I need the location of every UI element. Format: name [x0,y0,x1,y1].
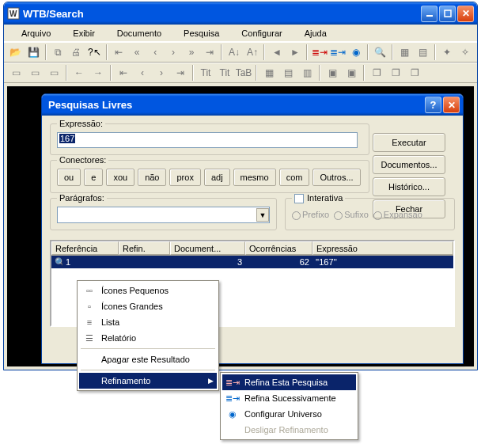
col-expressao[interactable]: Expressão [312,241,453,255]
open-icon[interactable]: 📂 [7,44,24,61]
conn-outros[interactable]: Outros... [312,169,360,186]
tit-a-icon[interactable]: Tit [197,64,214,82]
save-icon[interactable]: 💾 [25,44,42,61]
menu-documento[interactable]: Documento [108,27,171,40]
grid-a-icon[interactable]: ▦ [260,64,278,82]
menu-configurar[interactable]: Configurar [232,27,291,40]
next-fast-icon[interactable]: » [184,44,200,61]
sort-asc-icon[interactable]: A↓ [225,44,242,61]
star-a-icon[interactable]: ✦ [439,44,456,61]
cell-doc: 3 [170,257,245,267]
menu-desligar-refinamento: Desligar Refinamento [222,422,356,438]
flag-left-icon[interactable]: ◄ [268,44,285,61]
refine-blue-icon[interactable]: ≣⇥ [329,44,346,61]
conn-nao[interactable]: não [138,169,166,186]
expansao-radio[interactable]: Expansão [373,210,422,220]
col-referencia[interactable]: Referência [51,241,119,255]
dialog-close-button[interactable]: ✕ [443,97,460,113]
para-first-icon[interactable]: ⇤ [115,64,132,82]
list-icon: ≡ [82,317,97,327]
win-b-icon[interactable]: ▭ [26,64,44,82]
menu-exibir[interactable]: Exibir [63,27,104,40]
tit-b-icon[interactable]: Tit [216,64,233,82]
fwd-icon[interactable]: → [89,64,107,82]
menu-refinamento[interactable]: Refinamento▶ [79,373,217,389]
expression-input[interactable]: 167 [57,132,358,148]
print-icon[interactable]: 🖨 [68,44,85,61]
col-ocorrencias[interactable]: Ocorrências [245,241,312,255]
executar-button[interactable]: Executar [373,133,445,152]
menu-configurar-universo[interactable]: ◉Configurar Universo [222,406,356,422]
menu-icones-pequenos[interactable]: ▫▫Ícones Pequenos [79,283,217,298]
first-icon[interactable]: ⇤ [111,44,127,61]
close-button[interactable]: ✕ [457,6,474,22]
menu-refina-sucessivamente[interactable]: ≣⇥Refina Sucessivamente [222,390,356,406]
conn-ou[interactable]: ou [57,169,81,186]
expression-label: Expressão: [57,119,105,128]
menu-apagar-resultado[interactable]: Apagar este Resultado [79,351,217,367]
stack-b-icon[interactable]: ❐ [387,64,404,82]
tool-b-icon[interactable]: ▤ [415,44,431,61]
back-icon[interactable]: ← [70,64,88,82]
para-next-icon[interactable]: › [153,64,170,82]
refine-red-icon[interactable]: ≣⇥ [311,44,328,61]
stack-c-icon[interactable]: ❐ [406,64,423,82]
conn-e[interactable]: e [84,169,103,186]
copy-icon[interactable]: ⧉ [50,44,66,61]
dropdown-arrow-icon[interactable]: ▼ [256,208,269,222]
conn-xou[interactable]: xou [106,169,134,186]
last-icon[interactable]: ⇥ [202,44,218,61]
globe-icon[interactable]: ◉ [347,44,364,61]
conn-com[interactable]: com [279,169,310,186]
results-header: Referência Refin. Document... Ocorrência… [51,241,453,256]
conn-prox[interactable]: prox [169,169,200,186]
stack-a-icon[interactable]: ❐ [368,64,385,82]
flag-right-icon[interactable]: ► [286,44,303,61]
help-cursor-icon[interactable]: ?↖ [86,44,103,61]
conn-adj[interactable]: adj [204,169,230,186]
paragraphs-label: Parágrafos: [57,193,107,203]
prev-icon[interactable]: ‹ [147,44,164,61]
sort-desc-icon[interactable]: A↑ [244,44,260,61]
dialog-titlebar[interactable]: Pesquisas Livres ? ✕ [42,94,463,116]
minimize-button[interactable] [421,6,437,22]
report-icon: ☰ [82,333,97,344]
layer-b-icon[interactable]: ▣ [343,64,360,82]
historico-button[interactable]: Histórico... [373,177,445,196]
documentos-button[interactable]: Documentos... [373,155,445,174]
sufixo-radio[interactable]: Sufixo [334,210,369,220]
search-icon[interactable]: 🔍 [372,44,388,61]
para-prev-icon[interactable]: ‹ [134,64,151,82]
win-c-icon[interactable]: ▭ [45,64,62,82]
interativa-checkbox[interactable]: Interativa [292,193,345,203]
menu-lista[interactable]: ≡Lista [79,314,217,330]
menu-icones-grandes[interactable]: ▫Ícones Grandes [79,298,217,314]
grid-b-icon[interactable]: ▤ [279,64,297,82]
layer-a-icon[interactable]: ▣ [324,64,341,82]
star-b-icon[interactable]: ✧ [457,44,474,61]
main-titlebar[interactable]: W WTB/Search ✕ [4,2,477,25]
prefixo-radio[interactable]: Prefixo [292,210,329,220]
result-row[interactable]: 🔍 1 3 62 ''167'' [51,256,453,268]
dialog-help-button[interactable]: ? [425,97,441,113]
context-menu-refinamento: ≣⇥Refina Esta Pesquisa ≣⇥Refina Sucessiv… [220,372,358,440]
menu-pesquisa[interactable]: Pesquisa [174,27,229,40]
grid-c-icon[interactable]: ▥ [298,64,316,82]
tab-icon[interactable]: TaB [235,64,252,82]
prev-fast-icon[interactable]: « [129,44,146,61]
paragraphs-select[interactable]: ▼ [57,207,270,223]
tool-a-icon[interactable]: ▦ [396,44,413,61]
context-menu-view: ▫▫Ícones Pequenos ▫Ícones Grandes ≡Lista… [77,280,219,391]
para-last-icon[interactable]: ⇥ [172,64,189,82]
win-a-icon[interactable]: ▭ [7,64,25,82]
connectors-label: Conectores: [57,155,108,165]
menu-relatorio[interactable]: ☰Relatório [79,330,217,346]
menu-arquivo[interactable]: Arquivo [12,27,60,40]
col-refin[interactable]: Refin. [119,241,170,255]
col-document[interactable]: Document... [170,241,245,255]
next-icon[interactable]: › [165,44,182,61]
menu-ajuda[interactable]: Ajuda [295,27,336,40]
conn-mesmo[interactable]: mesmo [233,169,276,186]
maximize-button[interactable] [439,6,456,22]
menu-refina-esta[interactable]: ≣⇥Refina Esta Pesquisa [222,374,356,390]
